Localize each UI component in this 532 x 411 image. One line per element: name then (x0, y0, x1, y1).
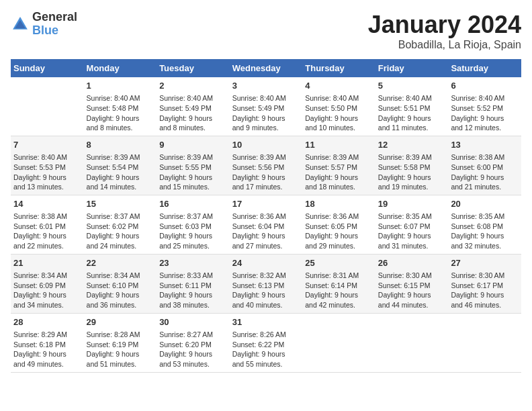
cell-line: Sunset: 6:09 PM (13, 281, 81, 291)
day-number: 5 (378, 80, 446, 92)
cell-line: and 24 minutes. (87, 241, 154, 251)
cell-line: Sunrise: 8:39 AM (87, 152, 154, 163)
cell-line: Daylight: 9 hours (451, 231, 519, 241)
calendar-cell (302, 313, 375, 372)
calendar-cell: 30Sunrise: 8:27 AMSunset: 6:20 PMDayligh… (157, 313, 230, 372)
calendar-cell: 20Sunrise: 8:35 AMSunset: 6:08 PMDayligh… (448, 195, 521, 254)
cell-line: and 25 minutes. (159, 241, 227, 251)
calendar-cell: 19Sunrise: 8:35 AMSunset: 6:07 PMDayligh… (375, 195, 449, 254)
cell-line: Sunrise: 8:35 AM (451, 212, 519, 222)
calendar-cell: 6Sunrise: 8:40 AMSunset: 5:52 PMDaylight… (448, 77, 521, 136)
cell-line: Sunset: 5:48 PM (87, 103, 154, 113)
day-number: 30 (159, 316, 227, 328)
cell-line: Sunrise: 8:40 AM (451, 93, 519, 103)
weekday-header: Friday (375, 59, 449, 77)
day-number: 6 (451, 80, 519, 92)
cell-line: Daylight: 9 hours (232, 231, 300, 241)
day-number: 7 (13, 139, 81, 151)
calendar-cell: 12Sunrise: 8:39 AMSunset: 5:58 PMDayligh… (375, 136, 449, 195)
cell-line: Sunset: 6:04 PM (232, 222, 300, 232)
cell-line: Daylight: 9 hours (305, 113, 373, 124)
cell-line: Daylight: 9 hours (159, 173, 227, 183)
calendar-cell: 21Sunrise: 8:34 AMSunset: 6:09 PMDayligh… (11, 254, 84, 313)
cell-line: Sunset: 6:18 PM (13, 340, 81, 350)
weekday-header: Tuesday (157, 59, 230, 77)
cell-line: Sunset: 5:49 PM (232, 103, 300, 113)
cell-line: Daylight: 9 hours (159, 113, 227, 124)
cell-line: Daylight: 9 hours (451, 290, 519, 300)
calendar-cell: 28Sunrise: 8:29 AMSunset: 6:18 PMDayligh… (11, 313, 84, 372)
day-number: 20 (451, 198, 519, 210)
cell-line: Sunrise: 8:32 AM (232, 271, 300, 281)
calendar-cell: 16Sunrise: 8:37 AMSunset: 6:03 PMDayligh… (157, 195, 230, 254)
cell-line: and 15 minutes. (159, 182, 227, 192)
cell-line: and 51 minutes. (87, 359, 154, 369)
cell-line: Daylight: 9 hours (13, 290, 81, 300)
cell-line: Sunrise: 8:40 AM (378, 93, 446, 103)
calendar-week-row: 1Sunrise: 8:40 AMSunset: 5:48 PMDaylight… (11, 77, 521, 136)
weekday-header: Thursday (302, 59, 375, 77)
calendar-cell: 15Sunrise: 8:37 AMSunset: 6:02 PMDayligh… (84, 195, 157, 254)
calendar-week-row: 7Sunrise: 8:40 AMSunset: 5:53 PMDaylight… (11, 136, 521, 195)
cell-line: Sunrise: 8:27 AM (159, 330, 227, 340)
cell-line: and 42 minutes. (305, 300, 373, 310)
cell-line: Daylight: 9 hours (378, 290, 446, 300)
cell-line: Daylight: 9 hours (87, 113, 154, 124)
calendar-cell: 27Sunrise: 8:30 AMSunset: 6:17 PMDayligh… (448, 254, 521, 313)
cell-line: Daylight: 9 hours (451, 173, 519, 183)
cell-line: Sunrise: 8:40 AM (13, 152, 81, 163)
day-number: 17 (232, 198, 300, 210)
cell-line: Daylight: 9 hours (87, 349, 154, 359)
cell-line: and 31 minutes. (378, 241, 446, 251)
day-number: 28 (13, 316, 81, 328)
weekday-header: Wednesday (230, 59, 303, 77)
day-number: 16 (159, 198, 227, 210)
cell-line: and 10 minutes. (305, 123, 373, 133)
cell-line: Sunrise: 8:36 AM (305, 212, 373, 222)
cell-line: Sunset: 6:15 PM (378, 281, 446, 291)
calendar-cell: 18Sunrise: 8:36 AMSunset: 6:05 PMDayligh… (302, 195, 375, 254)
cell-line: Sunset: 6:00 PM (451, 163, 519, 173)
day-number: 1 (87, 80, 154, 92)
cell-line: Sunrise: 8:31 AM (305, 271, 373, 281)
cell-line: Sunrise: 8:37 AM (87, 212, 154, 222)
weekday-header: Saturday (448, 59, 521, 77)
cell-line: and 46 minutes. (451, 300, 519, 310)
cell-line: Daylight: 9 hours (305, 173, 373, 183)
cell-line: and 8 minutes. (159, 123, 227, 133)
cell-line: Daylight: 9 hours (87, 173, 154, 183)
cell-line: Daylight: 9 hours (159, 231, 227, 241)
calendar-cell: 7Sunrise: 8:40 AMSunset: 5:53 PMDaylight… (11, 136, 84, 195)
day-number: 21 (13, 257, 81, 269)
day-number: 12 (378, 139, 446, 151)
cell-line: and 17 minutes. (232, 182, 300, 192)
cell-line: Sunset: 6:02 PM (87, 222, 154, 232)
cell-line: Sunrise: 8:35 AM (378, 212, 446, 222)
cell-line: and 11 minutes. (378, 123, 446, 133)
cell-line: Sunset: 6:20 PM (159, 340, 227, 350)
day-number: 18 (305, 198, 373, 210)
cell-line: and 13 minutes. (13, 182, 81, 192)
calendar-cell: 1Sunrise: 8:40 AMSunset: 5:48 PMDaylight… (84, 77, 157, 136)
cell-line: Daylight: 9 hours (159, 290, 227, 300)
calendar-cell: 17Sunrise: 8:36 AMSunset: 6:04 PMDayligh… (230, 195, 303, 254)
day-number: 11 (305, 139, 373, 151)
weekday-header: Sunday (11, 59, 84, 77)
cell-line: and 21 minutes. (451, 182, 519, 192)
cell-line: and 32 minutes. (451, 241, 519, 251)
cell-line: Sunrise: 8:39 AM (159, 152, 227, 163)
weekday-header-row: SundayMondayTuesdayWednesdayThursdayFrid… (11, 59, 521, 77)
calendar-week-row: 14Sunrise: 8:38 AMSunset: 6:01 PMDayligh… (11, 195, 521, 254)
weekday-header: Monday (84, 59, 157, 77)
cell-line: Daylight: 9 hours (378, 113, 446, 124)
day-number: 8 (87, 139, 154, 151)
cell-line: Daylight: 9 hours (87, 290, 154, 300)
calendar-cell: 4Sunrise: 8:40 AMSunset: 5:50 PMDaylight… (302, 77, 375, 136)
cell-line: Sunrise: 8:39 AM (378, 152, 446, 163)
cell-line: Sunrise: 8:33 AM (159, 271, 227, 281)
cell-line: Sunrise: 8:28 AM (87, 330, 154, 340)
cell-line: Sunrise: 8:40 AM (87, 93, 154, 103)
cell-line: Daylight: 9 hours (232, 349, 300, 359)
cell-line: Sunset: 5:49 PM (159, 103, 227, 113)
cell-line: Sunset: 5:56 PM (232, 163, 300, 173)
